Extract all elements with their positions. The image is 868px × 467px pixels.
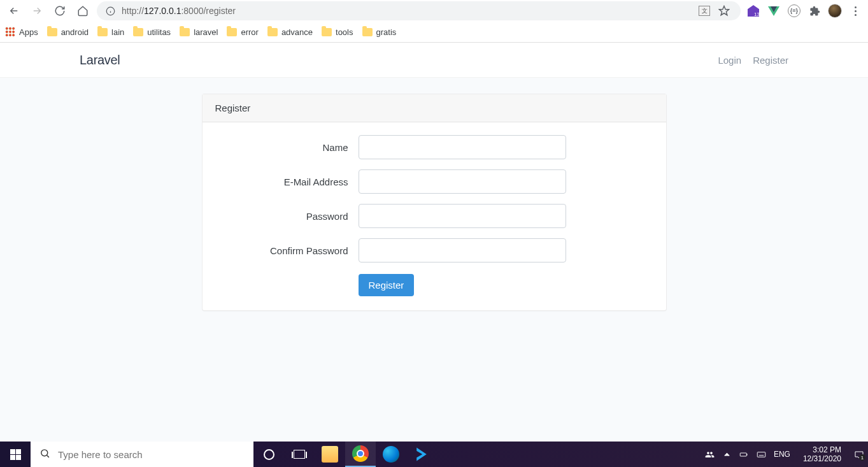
apps-label: Apps (19, 27, 38, 37)
confirm-password-label: Confirm Password (215, 245, 359, 256)
form-row-confirm: Confirm Password (215, 238, 653, 262)
svg-point-4 (41, 450, 48, 456)
svg-rect-6 (740, 453, 746, 456)
svg-line-5 (47, 456, 49, 457)
keyboard-icon[interactable] (757, 442, 766, 467)
folder-icon (322, 28, 332, 36)
translate-icon[interactable]: 文 (699, 6, 710, 16)
folder-icon (362, 28, 373, 36)
folder-icon (47, 28, 57, 36)
svg-marker-3 (720, 6, 729, 15)
browser-menu-icon[interactable] (848, 3, 863, 18)
search-icon (39, 448, 50, 461)
clock[interactable]: 3:02 PM 12/31/2020 (798, 445, 846, 464)
brand-logo[interactable]: Laravel (80, 53, 120, 68)
extensions-menu-icon[interactable] (807, 3, 822, 18)
nav-links: Login Register (718, 55, 788, 66)
home-button[interactable] (74, 2, 92, 20)
task-view-button[interactable] (284, 442, 315, 467)
svg-rect-7 (746, 454, 747, 456)
system-tray: ENG 3:02 PM 12/31/2020 1 (705, 442, 868, 467)
apps-shortcut[interactable]: Apps (5, 27, 38, 37)
register-card: Register Name E-Mail Address Password Co… (202, 94, 667, 311)
extension-purple-icon[interactable] (746, 3, 761, 18)
bookmarks-bar: Apps android lain utilitas laravel error… (0, 22, 868, 43)
card-header: Register (203, 94, 666, 122)
card-body: Name E-Mail Address Password Confirm Pas… (203, 122, 666, 310)
page-body: Register Name E-Mail Address Password Co… (0, 78, 868, 442)
bookmark-android[interactable]: android (47, 27, 89, 37)
bookmark-gratis[interactable]: gratis (362, 27, 397, 37)
svg-rect-8 (757, 452, 765, 457)
start-button[interactable] (0, 442, 31, 467)
vscode-button[interactable] (406, 442, 437, 467)
register-link[interactable]: Register (753, 55, 788, 66)
folder-icon (180, 28, 190, 36)
bookmark-lain[interactable]: lain (97, 27, 124, 37)
bookmark-utilitas[interactable]: utilitas (133, 27, 171, 37)
task-icons (253, 442, 437, 467)
profile-avatar-icon[interactable] (827, 3, 843, 18)
folder-icon (133, 28, 143, 36)
bookmark-error[interactable]: error (227, 27, 258, 37)
folder-icon (97, 28, 108, 36)
form-row-password: Password (215, 204, 653, 228)
edge-button[interactable] (376, 442, 406, 467)
notifications-icon[interactable]: 1 (854, 442, 864, 467)
clock-time: 3:02 PM (803, 445, 841, 454)
site-info-icon[interactable] (106, 6, 115, 16)
windows-taskbar: ENG 3:02 PM 12/31/2020 1 (0, 442, 868, 467)
form-actions: Register (215, 274, 653, 296)
browser-toolbar: http://127.0.0.1:8000/register 文 {=} (0, 0, 868, 22)
apps-grid-icon (5, 27, 15, 37)
folder-icon (267, 28, 278, 36)
file-explorer-button[interactable] (315, 442, 345, 467)
back-button[interactable] (5, 2, 23, 20)
reload-button[interactable] (51, 2, 69, 20)
register-button[interactable]: Register (359, 274, 415, 296)
name-label: Name (215, 142, 359, 153)
forward-button[interactable] (28, 2, 46, 20)
chrome-button[interactable] (345, 442, 376, 467)
clock-date: 12/31/2020 (803, 454, 841, 463)
app-navbar: Laravel Login Register (0, 43, 868, 78)
language-indicator[interactable]: ENG (774, 442, 790, 467)
vue-devtools-icon[interactable] (766, 3, 781, 18)
bookmark-star-icon[interactable] (716, 3, 732, 18)
confirm-password-input[interactable] (359, 238, 566, 262)
taskbar-search-input[interactable] (58, 442, 245, 467)
windows-logo-icon (10, 449, 21, 460)
form-row-name: Name (215, 135, 653, 159)
bookmark-advance[interactable]: advance (267, 27, 313, 37)
email-label: E-Mail Address (215, 176, 359, 187)
braces-extension-icon[interactable]: {=} (786, 3, 802, 18)
login-link[interactable]: Login (718, 55, 741, 66)
bookmark-laravel[interactable]: laravel (180, 27, 218, 37)
email-input[interactable] (359, 169, 566, 194)
folder-icon (227, 28, 237, 36)
password-label: Password (215, 211, 359, 222)
taskbar-search[interactable] (31, 442, 253, 467)
cortana-button[interactable] (253, 442, 284, 467)
bookmark-tools[interactable]: tools (322, 27, 353, 37)
password-input[interactable] (359, 204, 566, 228)
form-row-email: E-Mail Address (215, 169, 653, 194)
address-bar[interactable]: http://127.0.0.1:8000/register 文 (97, 1, 741, 20)
name-input[interactable] (359, 135, 566, 159)
url-text: http://127.0.0.1:8000/register (122, 6, 692, 16)
people-icon[interactable] (705, 442, 715, 467)
tray-overflow-icon[interactable] (722, 442, 732, 467)
battery-icon[interactable] (739, 442, 749, 467)
